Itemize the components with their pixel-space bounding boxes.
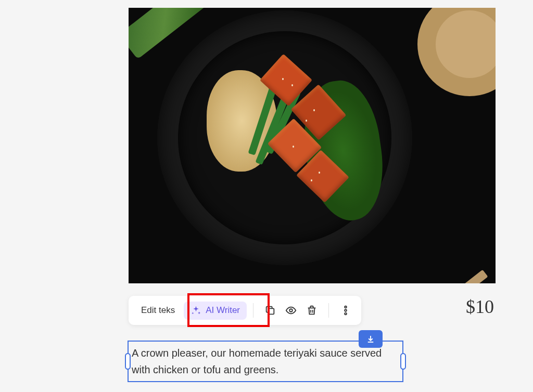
- fork-decor: [381, 260, 494, 283]
- svg-rect-0: [268, 308, 274, 314]
- download-icon: [366, 334, 375, 344]
- visibility-button[interactable]: [281, 300, 301, 321]
- toolbar-divider: [328, 303, 329, 318]
- text-toolbar: Edit teks AI Writer: [129, 296, 361, 325]
- coaster-decor: [417, 8, 496, 96]
- eye-icon: [285, 305, 297, 316]
- ai-writer-label: AI Writer: [206, 305, 240, 316]
- more-vertical-icon: [340, 305, 351, 316]
- description-text: A crown pleaser, our homemade teriyaki s…: [132, 347, 382, 375]
- svg-point-1: [289, 309, 293, 312]
- edit-text-button[interactable]: Edit teks: [134, 301, 182, 320]
- svg-point-3: [345, 309, 347, 311]
- delete-button[interactable]: [301, 300, 322, 321]
- editor-canvas[interactable]: Edit teks AI Writer: [0, 0, 533, 392]
- resize-handle-right[interactable]: [400, 353, 406, 370]
- copy-button[interactable]: [260, 300, 281, 321]
- plate-decor: [157, 10, 412, 265]
- description-text-block[interactable]: A crown pleaser, our homemade teriyaki s…: [128, 341, 403, 382]
- resize-handle-left[interactable]: [125, 353, 131, 370]
- svg-point-2: [345, 306, 347, 308]
- food-image[interactable]: [129, 8, 496, 283]
- sparkle-icon: [191, 305, 201, 316]
- ai-writer-button[interactable]: AI Writer: [184, 302, 247, 320]
- more-options-button[interactable]: [335, 300, 356, 321]
- copy-icon: [264, 305, 276, 316]
- trash-icon: [306, 305, 318, 316]
- price-text[interactable]: $10: [466, 296, 494, 318]
- svg-point-4: [345, 313, 347, 315]
- download-button[interactable]: [359, 330, 383, 348]
- toolbar-divider: [253, 303, 253, 318]
